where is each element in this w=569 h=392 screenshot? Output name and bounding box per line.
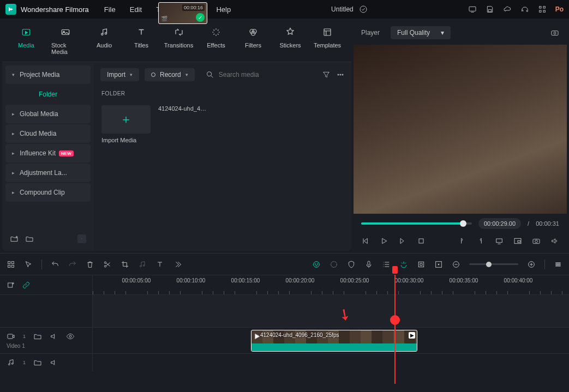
quality-dropdown[interactable]: Full Quality▾: [391, 26, 451, 39]
clip-end-icon: ▶: [409, 332, 415, 339]
menu-edit[interactable]: Edit: [130, 5, 142, 14]
preview-panel: Player Full Quality▾ 00:00:29.00 / 00:00…: [354, 21, 567, 251]
zoom-out-icon[interactable]: [452, 260, 460, 269]
zoom-in-icon[interactable]: [527, 260, 536, 269]
shield-icon[interactable]: [347, 260, 356, 269]
svg-rect-3: [539, 7, 541, 8]
crop-icon[interactable]: [121, 260, 129, 269]
screen-icon[interactable]: [468, 5, 477, 14]
link-icon[interactable]: [22, 281, 31, 290]
play-icon[interactable]: [380, 237, 388, 245]
zoom-slider[interactable]: [469, 263, 518, 265]
tab-titles[interactable]: Titles: [125, 24, 158, 58]
svg-rect-15: [324, 29, 331, 35]
tab-stock-media[interactable]: Stock Media: [47, 24, 83, 58]
svg-point-50: [11, 363, 13, 365]
cursor-icon[interactable]: [24, 260, 33, 269]
stop-icon[interactable]: [417, 237, 426, 245]
svg-point-27: [535, 240, 538, 243]
filter-icon[interactable]: [322, 70, 331, 79]
prev-frame-icon[interactable]: [361, 237, 370, 245]
sidebar-adjustment-layer[interactable]: ▸Adjustment La...: [5, 164, 91, 182]
mark-in-icon[interactable]: [458, 237, 466, 245]
delete-icon[interactable]: [86, 260, 94, 269]
undo-icon[interactable]: [51, 260, 59, 269]
text-icon[interactable]: [155, 260, 164, 269]
apps-icon[interactable]: [538, 5, 547, 14]
snapshot-icon[interactable]: [550, 28, 559, 37]
more-tools-icon[interactable]: [173, 260, 182, 269]
layout-icon[interactable]: [7, 260, 15, 269]
track-mute-icon[interactable]: [50, 332, 58, 341]
new-folder-icon[interactable]: [10, 234, 19, 243]
marker-icon[interactable]: [417, 260, 426, 269]
svg-point-10: [101, 33, 103, 35]
audio-track-folder-icon[interactable]: [33, 358, 42, 367]
media-clip-item[interactable]: 00:00:16 🎬 ✓ 4124024-uhd_40...: [158, 105, 207, 143]
ai-icon[interactable]: [312, 260, 321, 269]
sidebar-influence-kit[interactable]: ▸Influence KitNEW: [5, 144, 91, 162]
tab-filters[interactable]: Filters: [237, 24, 269, 58]
sidebar-project-media[interactable]: ▾Project Media: [5, 65, 91, 84]
audio-track-body[interactable]: [93, 353, 569, 371]
color-icon[interactable]: [330, 260, 338, 269]
volume-icon[interactable]: [550, 237, 559, 245]
svg-point-17: [338, 74, 339, 75]
cloud-icon[interactable]: [503, 5, 512, 14]
search-media[interactable]: [200, 68, 316, 82]
svg-rect-41: [418, 262, 423, 267]
media-browser: Import▾ Record▾ FOLDER ＋ Import Media: [94, 62, 351, 251]
time-separator: /: [528, 220, 529, 227]
settings-icon[interactable]: [554, 260, 562, 269]
timeline-ruler[interactable]: :00:0000:00:05:0000:00:10:0000:00:15:000…: [93, 275, 569, 294]
sidebar-global-media[interactable]: ▸Global Media: [5, 105, 91, 123]
list-icon[interactable]: [382, 260, 391, 269]
music-icon[interactable]: [138, 260, 147, 269]
play-forward-icon[interactable]: [398, 237, 407, 245]
headphones-icon[interactable]: [520, 5, 529, 14]
tab-templates[interactable]: Templates: [311, 24, 344, 58]
track-add-icon[interactable]: [7, 281, 15, 290]
ruler-tick: 00:00:30:00: [395, 278, 424, 284]
split-icon[interactable]: [103, 260, 112, 269]
sidebar-folder[interactable]: Folder: [5, 85, 91, 104]
display-settings-icon[interactable]: [495, 237, 504, 245]
keyframe-icon[interactable]: [434, 260, 443, 269]
tab-stickers[interactable]: Stickers: [274, 24, 307, 58]
svg-point-36: [314, 261, 320, 267]
svg-rect-46: [8, 283, 13, 287]
save-icon[interactable]: [486, 5, 494, 14]
audio-track-icon: [7, 358, 15, 367]
collapse-sidebar-button[interactable]: [77, 234, 86, 243]
search-input[interactable]: [219, 71, 311, 79]
user-badge[interactable]: Po: [555, 5, 564, 13]
menu-help[interactable]: Help: [216, 5, 231, 14]
playback-progress[interactable]: [361, 222, 472, 225]
tab-effects[interactable]: Effects: [200, 24, 232, 58]
folder-icon[interactable]: [25, 234, 34, 243]
redo-icon[interactable]: [68, 260, 77, 269]
tab-media[interactable]: Media: [10, 24, 43, 58]
import-media-tile[interactable]: ＋ Import Media: [101, 105, 151, 143]
tab-transitions[interactable]: Transitions: [162, 24, 195, 58]
record-dropdown[interactable]: Record▾: [145, 68, 195, 81]
menu-file[interactable]: File: [104, 5, 116, 14]
mark-out-icon[interactable]: [476, 237, 485, 245]
mic-icon[interactable]: [364, 260, 373, 269]
sidebar-cloud-media[interactable]: ▸Cloud Media: [5, 124, 91, 143]
sidebar-compound-clip[interactable]: ▸Compound Clip: [5, 183, 91, 202]
import-dropdown[interactable]: Import▾: [100, 68, 139, 81]
timeline-clip[interactable]: 4124024-uhd_4096_2160_25fps ▶: [251, 330, 417, 352]
camera-icon[interactable]: [532, 237, 541, 245]
audio-track-mute-icon[interactable]: [50, 358, 58, 367]
video-track-body[interactable]: 4124024-uhd_4096_2160_25fps ▶: [93, 327, 569, 353]
pip-icon[interactable]: [513, 237, 522, 245]
more-icon[interactable]: [336, 70, 345, 79]
app-logo: [5, 4, 16, 15]
svg-rect-6: [543, 10, 545, 12]
magnet-icon[interactable]: [399, 260, 408, 269]
tab-audio[interactable]: Audio: [88, 24, 121, 58]
video-preview[interactable]: [354, 45, 567, 214]
track-visibility-icon[interactable]: [66, 332, 75, 341]
track-folder-icon[interactable]: [33, 332, 42, 341]
